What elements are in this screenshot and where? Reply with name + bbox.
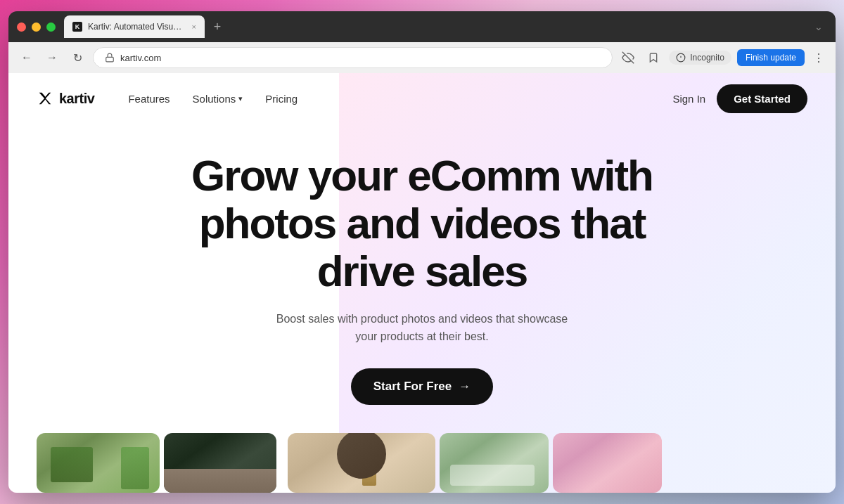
logo-text: kartiv	[59, 91, 94, 107]
url-display: kartiv.com	[120, 53, 161, 63]
address-bar: ← → ↻ kartiv.com I	[8, 42, 836, 73]
active-tab[interactable]: K Kartiv: Automated Visual Con... ×	[64, 15, 205, 38]
logo-icon	[37, 90, 53, 107]
window-collapse-button[interactable]: ⌄	[810, 18, 827, 35]
address-input[interactable]: kartiv.com	[93, 47, 613, 68]
svg-rect-0	[106, 57, 114, 61]
hero-section: Grow your eComm with photos and videos t…	[8, 124, 836, 493]
gallery-image-3	[288, 433, 435, 493]
tab-favicon: K	[72, 22, 82, 32]
solutions-link[interactable]: Solutions ▾	[193, 93, 243, 105]
lock-icon	[105, 53, 115, 63]
back-button[interactable]: ←	[17, 48, 37, 67]
gallery-image-4	[440, 433, 549, 493]
refresh-button[interactable]: ↻	[68, 48, 87, 67]
new-tab-button[interactable]: +	[207, 17, 227, 37]
nav-links: Features Solutions ▾ Pricing	[128, 93, 672, 105]
gallery-divider	[281, 433, 283, 493]
product-gallery	[37, 433, 807, 493]
tab-close-icon[interactable]: ×	[192, 22, 196, 31]
gallery-image-5	[553, 433, 662, 493]
finish-update-button[interactable]: Finish update	[737, 49, 805, 66]
start-for-free-button[interactable]: Start For Free →	[351, 368, 493, 405]
incognito-badge: Incognito	[669, 51, 731, 65]
incognito-icon	[676, 53, 686, 63]
pricing-link[interactable]: Pricing	[265, 93, 298, 105]
sign-in-button[interactable]: Sign In	[672, 93, 705, 105]
window-controls	[17, 22, 56, 32]
gallery-image-2	[164, 433, 276, 493]
gallery-image-1	[37, 433, 160, 493]
title-bar: K Kartiv: Automated Visual Con... × + ⌄	[8, 11, 836, 42]
maximize-window-button[interactable]	[46, 22, 56, 32]
hero-title: Grow your eComm with photos and videos t…	[176, 152, 668, 296]
hero-subtitle: Boost sales with product photos and vide…	[267, 310, 577, 346]
get-started-button[interactable]: Get Started	[717, 84, 807, 113]
close-window-button[interactable]	[17, 22, 26, 32]
website-content: kartiv Features Solutions ▾ Pricing Sign…	[8, 73, 836, 493]
bookmark-icon[interactable]	[644, 48, 663, 67]
forward-button[interactable]: →	[42, 48, 62, 67]
address-bar-right: Incognito Finish update ⋮	[618, 48, 827, 67]
more-options-button[interactable]: ⋮	[810, 49, 827, 66]
solutions-chevron-icon: ▾	[238, 94, 243, 103]
eye-off-icon[interactable]	[618, 48, 638, 67]
site-logo[interactable]: kartiv	[37, 90, 94, 107]
features-link[interactable]: Features	[128, 93, 170, 105]
minimize-window-button[interactable]	[32, 22, 41, 32]
incognito-label: Incognito	[690, 53, 724, 63]
cta-arrow-icon: →	[459, 380, 471, 394]
nav-right: Sign In Get Started	[672, 84, 807, 113]
tab-title: Kartiv: Automated Visual Con...	[88, 22, 184, 32]
tab-bar: K Kartiv: Automated Visual Con... × +	[64, 15, 810, 38]
window-right-controls: ⌄	[810, 18, 827, 35]
site-navigation: kartiv Features Solutions ▾ Pricing Sign…	[8, 73, 836, 124]
